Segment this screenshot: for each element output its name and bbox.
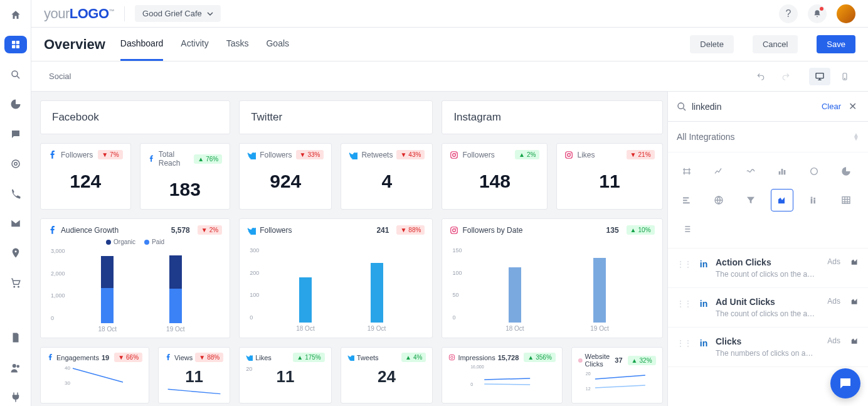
nav-target-icon[interactable] xyxy=(4,155,27,172)
metric-desc: The count of clicks on the ad u… xyxy=(716,309,816,318)
stat-tw-followers[interactable]: Followers▼ 33% 924 xyxy=(239,143,332,210)
chart-delta: ▼ 2% xyxy=(198,225,222,235)
divider xyxy=(124,6,125,21)
linkedin-icon: in xyxy=(698,298,709,309)
charttype-donut[interactable] xyxy=(803,160,825,183)
svg-rect-47 xyxy=(814,200,816,203)
search-input[interactable] xyxy=(692,102,817,112)
chart-legend: OrganicPaid xyxy=(48,238,222,245)
drag-handle-icon[interactable]: ⋮⋮ xyxy=(677,299,692,318)
label: Views xyxy=(174,354,193,361)
charttype-spark[interactable] xyxy=(739,160,762,183)
nav-phone-icon[interactable] xyxy=(4,185,27,202)
redo-button[interactable] xyxy=(775,68,797,85)
cancel-button[interactable]: Cancel xyxy=(753,35,798,53)
tab-tasks[interactable]: Tasks xyxy=(226,28,249,61)
search-clear[interactable]: Clear xyxy=(822,102,841,111)
charttype-area[interactable] xyxy=(771,189,793,211)
nav-home-icon[interactable] xyxy=(4,6,27,23)
svg-rect-21 xyxy=(451,227,458,233)
stat-ig-likes[interactable]: Likes▼ 21% 11 xyxy=(556,143,662,210)
nav-users-icon[interactable] xyxy=(4,359,27,376)
metric-clicks[interactable]: ⋮⋮ in ClicksThe numbers of clicks on an … xyxy=(668,328,868,367)
chart-fb-audience[interactable]: Audience Growth5,578▼ 2% OrganicPaid 3,0… xyxy=(40,218,230,338)
toolbar-tab-social[interactable]: Social xyxy=(44,69,76,83)
svg-rect-42 xyxy=(683,200,687,201)
nav-location-icon[interactable] xyxy=(4,245,27,262)
mini-tw-likes[interactable]: Likes▲ 175% 20 11 xyxy=(239,347,332,403)
charttype-number[interactable] xyxy=(675,160,698,183)
charttype-bar[interactable] xyxy=(771,160,793,183)
chart-delta: ▼ 88% xyxy=(396,225,425,235)
search-close-icon[interactable]: ✕ xyxy=(846,100,859,112)
tab-activity[interactable]: Activity xyxy=(181,28,208,61)
dashboard-canvas: Facebook Twitter Instagram Followers▼ 7%… xyxy=(31,92,667,406)
nav-dashboard-icon[interactable] xyxy=(4,36,27,53)
charttype-stacked[interactable] xyxy=(803,189,825,211)
mini-fb-engagements[interactable]: Engagements19▼ 66% 4030 xyxy=(40,347,149,403)
stat-delta: ▼ 7% xyxy=(98,150,122,159)
drag-handle-icon[interactable]: ⋮⋮ xyxy=(677,260,692,279)
label: Tweets xyxy=(357,354,379,361)
mini-fb-views[interactable]: Views▼ 88% 11 xyxy=(158,347,230,403)
chart-tw-followers[interactable]: Followers241▼ 88% 3002001000 18 Oct19 Oc… xyxy=(239,218,433,338)
help-button[interactable]: ? xyxy=(779,4,798,23)
charttype-table[interactable] xyxy=(835,189,857,211)
svg-rect-39 xyxy=(784,170,786,174)
stat-delta: ▼ 21% xyxy=(627,150,655,159)
metric-action-clicks[interactable]: ⋮⋮ in Action ClicksThe count of clicks o… xyxy=(668,248,868,288)
tab-goals[interactable]: Goals xyxy=(266,28,289,61)
user-avatar[interactable] xyxy=(837,4,855,23)
stat-value: 924 xyxy=(247,171,324,192)
nav-search-icon[interactable] xyxy=(4,66,27,83)
svg-rect-26 xyxy=(450,355,455,360)
svg-rect-1 xyxy=(16,41,19,44)
desktop-view-button[interactable] xyxy=(809,68,830,85)
svg-text:0: 0 xyxy=(471,382,474,387)
notifications-button[interactable] xyxy=(808,4,827,23)
svg-text:30: 30 xyxy=(65,380,70,386)
chart-value: 5,578 xyxy=(171,226,190,235)
label: All Integrations xyxy=(677,132,735,142)
chart-ig-followers[interactable]: Followers by Date135▲ 10% 150100500 18 O… xyxy=(442,218,662,338)
svg-point-11 xyxy=(16,365,19,368)
charttype-geo[interactable] xyxy=(707,189,730,211)
save-button[interactable]: Save xyxy=(817,35,855,53)
stat-ig-followers[interactable]: Followers▲ 2% 148 xyxy=(442,143,548,210)
stat-fb-reach[interactable]: Total Reach▲ 76% 183 xyxy=(140,143,231,210)
charttype-hbar[interactable] xyxy=(675,189,698,211)
charttype-funnel[interactable] xyxy=(739,189,762,211)
drag-handle-icon[interactable]: ⋮⋮ xyxy=(677,339,692,358)
undo-button[interactable] xyxy=(750,68,771,85)
nav-mail-icon[interactable] xyxy=(4,215,27,232)
charttype-line[interactable] xyxy=(707,160,730,183)
mini-ig-clicks[interactable]: Website Clicks37▲ 32% 2012 xyxy=(571,347,663,403)
mini-value: 19 xyxy=(102,354,109,361)
chart-value: 241 xyxy=(376,226,389,235)
delete-button[interactable]: Delete xyxy=(690,35,734,53)
nav-plug-icon[interactable] xyxy=(4,389,27,406)
chart-delta: ▲ 10% xyxy=(627,225,655,235)
stat-fb-followers[interactable]: Followers▼ 7% 124 xyxy=(40,143,131,210)
account-picker[interactable]: Good Grief Cafe xyxy=(135,5,221,22)
svg-point-36 xyxy=(678,103,684,109)
charttype-pie[interactable] xyxy=(835,160,857,183)
toolbar: Social xyxy=(31,61,868,92)
integrations-select[interactable]: All Integrations ▲▼ xyxy=(668,122,868,152)
nav-file-icon[interactable] xyxy=(4,329,27,346)
column-header-instagram: Instagram xyxy=(442,100,662,134)
metric-adunit-clicks[interactable]: ⋮⋮ in Ad Unit ClicksThe count of clicks … xyxy=(668,288,868,328)
tab-dashboard[interactable]: Dashboard xyxy=(120,28,164,61)
stat-value: 124 xyxy=(48,171,123,192)
mobile-view-button[interactable] xyxy=(834,68,855,85)
mini-ig-impressions[interactable]: Impressions15,728▲ 356% 16,000018 Oct19 … xyxy=(442,347,562,403)
nav-chat-icon[interactable] xyxy=(4,126,27,142)
nav-pie-icon[interactable] xyxy=(4,95,27,112)
charttype-list[interactable] xyxy=(675,218,698,240)
nav-cart-icon[interactable] xyxy=(4,274,27,291)
svg-point-8 xyxy=(14,286,15,287)
stat-tw-retweets[interactable]: Retweets▼ 43% 4 xyxy=(341,143,433,210)
mini-tw-tweets[interactable]: Tweets▲ 4% 24 xyxy=(341,347,433,403)
intercom-launcher[interactable] xyxy=(830,368,860,398)
linkedin-icon: in xyxy=(698,259,709,270)
